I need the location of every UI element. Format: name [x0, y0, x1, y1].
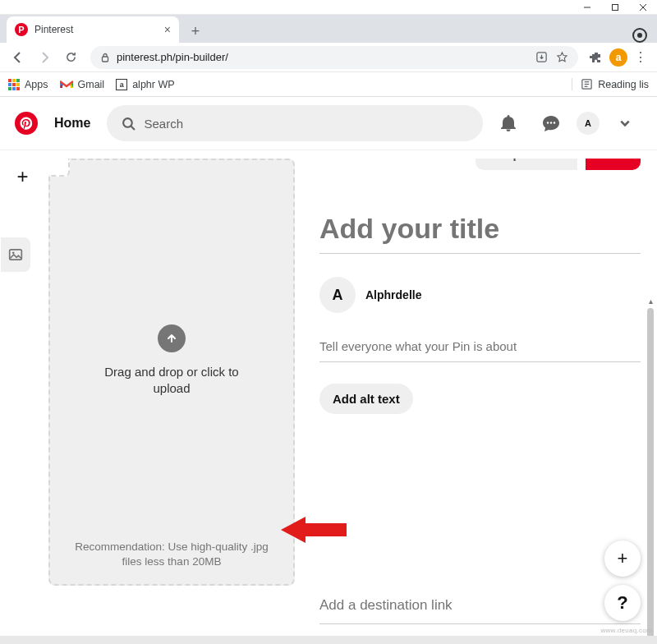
alphr-bookmark[interactable]: a alphr WP	[116, 79, 174, 90]
builder-panel: Drag and drop or click to upload Recomme…	[45, 150, 657, 636]
install-app-icon[interactable]	[535, 51, 548, 63]
pinterest-favicon: P	[15, 23, 28, 36]
svg-point-14	[550, 122, 552, 123]
notifications-icon[interactable]	[491, 106, 526, 140]
extensions-icon[interactable]	[586, 48, 606, 67]
pin-title-input[interactable]	[319, 208, 641, 254]
alphr-label: alphr WP	[132, 79, 174, 90]
pin-form: Sample01 Save A Alphrdelle Add alt text	[319, 159, 646, 636]
apps-bookmark[interactable]: Apps	[8, 79, 48, 90]
pin-description-input[interactable]	[319, 336, 641, 362]
browser-tab-active[interactable]: P Pinterest ×	[7, 16, 179, 43]
reading-list-icon	[581, 78, 593, 90]
dropzone-notch	[48, 159, 70, 177]
window-titlebar	[0, 0, 657, 15]
author-name: Alphrdelle	[365, 288, 421, 301]
destination-link-input[interactable]	[319, 592, 641, 624]
gmail-icon	[60, 80, 73, 90]
svg-point-15	[554, 122, 555, 123]
nav-forward-button[interactable]	[33, 46, 56, 69]
url-text: pinterest.ph/pin-builder/	[117, 51, 228, 63]
bookmarks-bar: Apps Gmail a alphr WP Reading lis	[0, 72, 657, 97]
watermark-text: www.deuaq.com	[600, 627, 652, 634]
account-menu-chevron-icon[interactable]	[608, 106, 642, 140]
search-icon	[122, 117, 136, 131]
messages-icon[interactable]	[534, 106, 568, 140]
new-tab-button[interactable]: +	[184, 20, 207, 43]
tab-title: Pinterest	[34, 24, 164, 35]
alphr-icon: a	[116, 79, 127, 90]
svg-point-17	[11, 251, 14, 254]
add-pin-button[interactable]: +	[16, 165, 28, 188]
svg-point-13	[547, 122, 549, 123]
svg-marker-18	[281, 517, 347, 543]
window-close-button[interactable]	[629, 0, 657, 15]
tab-close-icon[interactable]: ×	[164, 23, 171, 36]
media-indicator-icon[interactable]	[632, 28, 647, 43]
gmail-label: Gmail	[78, 79, 105, 90]
window-bottom-bar	[0, 636, 657, 644]
browser-toolbar: pinterest.ph/pin-builder/ a ⋮	[0, 43, 657, 72]
nav-reload-button[interactable]	[59, 46, 82, 69]
fab-help-button[interactable]: ?	[604, 585, 641, 621]
upload-arrow-icon	[158, 324, 186, 352]
upload-dropzone[interactable]: Drag and drop or click to upload Recomme…	[48, 159, 295, 586]
pinterest-header: Home Search A	[0, 97, 657, 150]
svg-rect-4	[103, 57, 108, 62]
search-placeholder: Search	[144, 117, 183, 131]
nav-back-button[interactable]	[7, 46, 30, 69]
board-save-row: Sample01 Save	[319, 159, 641, 170]
chrome-menu-icon[interactable]: ⋮	[631, 49, 650, 65]
author-row: A Alphrdelle	[319, 277, 641, 313]
gmail-bookmark[interactable]: Gmail	[60, 79, 105, 90]
page-scrollbar[interactable]: ▴ ▾	[647, 300, 654, 644]
image-tab-icon[interactable]	[1, 237, 30, 272]
upload-instruction: Drag and drop or click to upload	[90, 364, 254, 398]
svg-line-12	[131, 126, 135, 129]
address-bar[interactable]: pinterest.ph/pin-builder/	[90, 46, 578, 69]
scrollbar-thumb[interactable]	[647, 308, 654, 644]
window-minimize-button[interactable]	[573, 0, 601, 15]
pinterest-logo[interactable]	[15, 112, 38, 135]
board-selected-label: Sample01	[487, 159, 544, 161]
reading-list-label: Reading lis	[598, 79, 649, 90]
add-alt-text-button[interactable]: Add alt text	[319, 384, 413, 414]
user-avatar-small[interactable]: A	[577, 112, 600, 135]
pin-builder-content: + Drag and drop or click to upload Recom…	[0, 150, 657, 636]
apps-grid-icon	[8, 79, 20, 90]
svg-rect-16	[9, 250, 21, 260]
svg-rect-1	[613, 4, 618, 10]
save-button[interactable]: Save	[586, 159, 641, 170]
bookmark-star-icon[interactable]	[556, 51, 568, 63]
reading-list-button[interactable]: Reading lis	[572, 78, 649, 90]
builder-sidebar: +	[0, 150, 45, 636]
board-selector[interactable]: Sample01	[476, 159, 577, 170]
window-maximize-button[interactable]	[601, 0, 629, 15]
upload-recommendation: Recommendation: Use high-quality .jpg fi…	[65, 540, 278, 569]
author-avatar[interactable]: A	[319, 277, 356, 313]
home-link[interactable]: Home	[46, 116, 99, 131]
scroll-up-icon[interactable]: ▴	[646, 297, 655, 305]
search-bar[interactable]: Search	[107, 105, 483, 141]
annotation-arrow	[281, 513, 347, 546]
fab-add-button[interactable]: +	[604, 540, 641, 577]
chrome-profile-avatar[interactable]: a	[609, 48, 627, 67]
svg-point-11	[124, 118, 133, 127]
apps-label: Apps	[25, 79, 48, 90]
browser-tabstrip: P Pinterest × +	[0, 15, 657, 43]
lock-icon	[100, 53, 110, 62]
